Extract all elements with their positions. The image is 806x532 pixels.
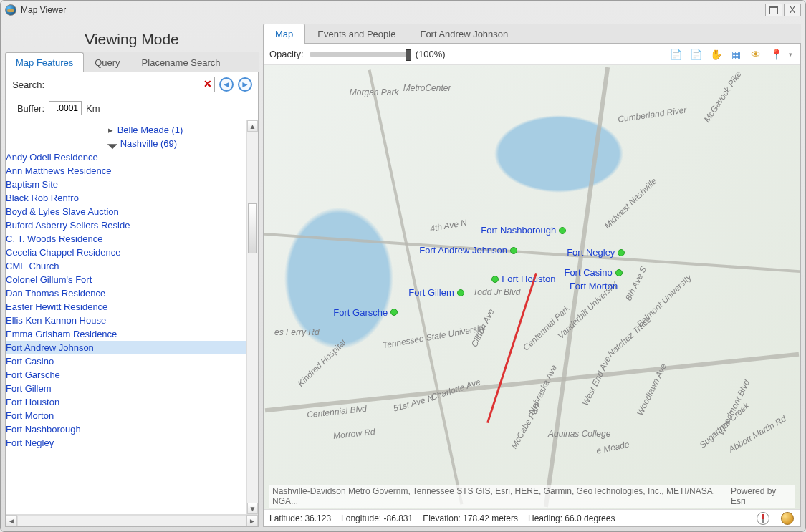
- sidebar-title: Viewing Mode: [5, 24, 259, 52]
- tree-leaf[interactable]: Fort Morton: [6, 409, 246, 422]
- tree-leaf[interactable]: CME Church: [6, 259, 246, 273]
- tree-leaf[interactable]: Fort Casino: [6, 354, 246, 368]
- buffer-unit: Km: [86, 103, 100, 114]
- scroll-left-button[interactable]: ◄: [6, 515, 17, 526]
- tree-leaf[interactable]: Fort Andrew Johnson: [6, 341, 246, 354]
- marker-dot-icon: [615, 269, 623, 276]
- search-input[interactable]: [49, 77, 215, 92]
- tree-leaf[interactable]: Cecelia Chappel Residence: [6, 246, 246, 259]
- tree-leaf[interactable]: Buford Asberry Sellers Reside: [6, 218, 246, 232]
- tree-leaf[interactable]: Fort Nashborough: [6, 422, 246, 436]
- tree-node-belle-meade[interactable]: ▸ Belle Meade (1): [6, 123, 246, 137]
- marker-dot-icon: [559, 227, 566, 234]
- tree-leaf[interactable]: Colonel Gillum's Fort: [6, 273, 246, 286]
- toolbar-overflow-icon[interactable]: ▾: [789, 51, 795, 58]
- tree-leaf[interactable]: C. T. Woods Residence: [6, 232, 246, 246]
- tree-leaf[interactable]: Baptism Site: [6, 178, 246, 191]
- map-attribution: Nashville-Davidson Metro Governm, Tennes…: [269, 485, 795, 508]
- collapse-icon[interactable]: ◢: [106, 137, 120, 150]
- prev-result-button[interactable]: ◄: [219, 77, 234, 92]
- app-window: Map Viewer X Viewing Mode Map Features Q…: [0, 0, 806, 532]
- opacity-label: Opacity:: [269, 49, 304, 59]
- main-tabs: Map Events and People Fort Andrew Johnso…: [263, 24, 801, 44]
- map-marker[interactable]: Fort Negley: [567, 247, 625, 258]
- extent-icon[interactable]: ▦: [729, 47, 743, 62]
- add-layer-icon[interactable]: 📄: [689, 47, 703, 62]
- tree-leaf[interactable]: Black Rob Renfro: [6, 191, 246, 205]
- marker-label: Fort Garsche: [333, 307, 388, 318]
- opacity-slider[interactable]: [310, 52, 410, 57]
- tree-hscrollbar[interactable]: ◄ ►: [6, 514, 258, 526]
- lon-value: -86.831: [384, 513, 413, 523]
- tree-leaf[interactable]: Fort Houston: [6, 395, 246, 409]
- tree-leaf[interactable]: Andy Odell Residence: [6, 150, 246, 164]
- tree-leaf[interactable]: Boyd & Lyles Slave Auction: [6, 205, 246, 218]
- titlebar[interactable]: Map Viewer X: [1, 1, 805, 19]
- marker-dot-icon: [491, 276, 499, 283]
- next-result-button[interactable]: ►: [238, 77, 252, 92]
- map-marker[interactable]: Fort Gillem: [408, 287, 464, 298]
- tree-node-nashville[interactable]: ◢ Nashville (69): [6, 137, 246, 150]
- marker-label: Fort Negley: [567, 247, 615, 258]
- tab-events-people[interactable]: Events and People: [305, 24, 408, 44]
- marker-label: Fort Andrew Johnson: [419, 245, 507, 256]
- map-marker[interactable]: Fort Houston: [491, 274, 555, 284]
- marker-dot-icon: [390, 309, 398, 316]
- map-toolbar: Opacity: (100%) 📄 📄 ✋ ▦ 👁 📍 ▾: [264, 44, 800, 65]
- tree-leaf[interactable]: Emma Grisham Residence: [6, 327, 246, 341]
- marker-label: Fort Morton: [570, 281, 618, 291]
- tab-placename-search[interactable]: Placename Search: [131, 52, 231, 72]
- attribution-esri: Powered by Esri: [731, 486, 792, 506]
- opacity-value: (100%): [416, 49, 446, 59]
- view-icon[interactable]: 👁: [749, 47, 763, 62]
- tab-query[interactable]: Query: [84, 52, 130, 72]
- buffer-input[interactable]: [49, 101, 82, 115]
- tab-fort-andrew-johnson[interactable]: Fort Andrew Johnson: [408, 24, 520, 44]
- globe-icon: [5, 4, 16, 16]
- map-marker[interactable]: Fort Andrew Johnson: [419, 245, 517, 256]
- tree-leaf[interactable]: Dan Thomas Residence: [6, 286, 246, 300]
- maximize-button[interactable]: [765, 4, 782, 16]
- remove-layer-icon[interactable]: 📄: [668, 47, 683, 62]
- map-marker[interactable]: Fort Garsche: [333, 307, 398, 318]
- tree-leaf[interactable]: Ellis Ken Kannon House: [6, 314, 246, 327]
- marker-label: Fort Nashborough: [481, 225, 556, 236]
- tree-leaf[interactable]: Ann Matthews Residence: [6, 164, 246, 178]
- tree-scrollbar[interactable]: ▲ ▼: [246, 120, 258, 514]
- map-canvas[interactable]: es Ferry RdCentennial BlvdMorrow RdCharl…: [264, 65, 800, 509]
- tree-leaf[interactable]: Fort Gillem: [6, 382, 246, 395]
- hscroll-track[interactable]: [17, 515, 246, 526]
- map-marker[interactable]: Fort Casino: [564, 267, 622, 278]
- marker-label: Fort Gillem: [408, 287, 454, 298]
- feature-tree[interactable]: ▸ Belle Meade (1) ◢ Nashville (69) Andy …: [6, 120, 246, 514]
- tree-leaf[interactable]: Fort Negley: [6, 436, 246, 450]
- scroll-thumb[interactable]: [248, 203, 257, 253]
- pan-icon[interactable]: ✋: [709, 47, 723, 62]
- elev-value: 178.42 meters: [463, 513, 518, 523]
- scroll-up-button[interactable]: ▲: [247, 120, 258, 132]
- tab-map-features[interactable]: Map Features: [5, 52, 84, 72]
- tree-leaf[interactable]: Easter Hewitt Residence: [6, 300, 246, 314]
- clear-search-icon[interactable]: ✕: [203, 78, 212, 90]
- compass-icon[interactable]: [756, 511, 770, 526]
- main-panel: Map Events and People Fort Andrew Johnso…: [263, 24, 801, 527]
- expand-icon[interactable]: ▸: [106, 125, 115, 135]
- tab-map[interactable]: Map: [263, 24, 305, 44]
- marker-label: Fort Casino: [564, 267, 612, 278]
- scroll-right-button[interactable]: ►: [246, 515, 258, 526]
- lon-label: Longitude:: [341, 513, 381, 523]
- map-marker[interactable]: Fort Nashborough: [481, 225, 566, 236]
- map-statusbar: Latitude: 36.123 Longitude: -86.831 Elev…: [264, 509, 800, 526]
- globe-tool-icon[interactable]: [780, 511, 795, 526]
- tree-leaf[interactable]: Fort Garsche: [6, 368, 246, 382]
- scroll-down-button[interactable]: ▼: [247, 503, 258, 514]
- close-button[interactable]: X: [784, 4, 801, 16]
- marker-label: Fort Houston: [502, 274, 555, 284]
- elev-label: Elevation:: [423, 513, 461, 523]
- search-label: Search:: [11, 79, 44, 90]
- scroll-track[interactable]: [247, 132, 258, 503]
- map-marker[interactable]: Fort Morton: [570, 281, 618, 291]
- lat-label: Latitude:: [269, 513, 302, 523]
- identify-icon[interactable]: 📍: [769, 47, 783, 62]
- heading-label: Heading:: [528, 513, 562, 523]
